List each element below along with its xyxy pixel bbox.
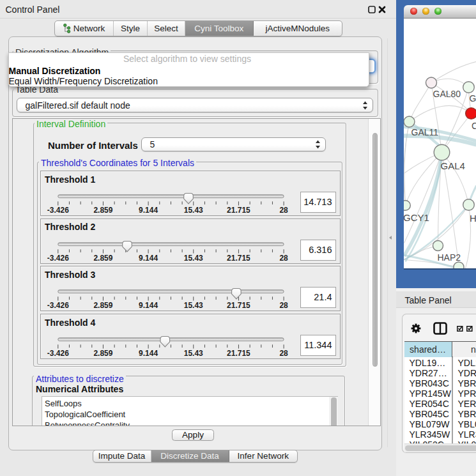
svg-text:-3.426: -3.426 xyxy=(47,301,68,310)
svg-text:-3.426: -3.426 xyxy=(47,206,68,215)
svg-text:9.144: 9.144 xyxy=(139,301,158,310)
svg-text:GCY1: GCY1 xyxy=(404,211,429,222)
svg-text:2.859: 2.859 xyxy=(93,301,112,310)
svg-text:28: 28 xyxy=(279,206,288,215)
svg-text:15.43: 15.43 xyxy=(183,253,203,262)
svg-text:28: 28 xyxy=(279,301,288,310)
svg-text:28: 28 xyxy=(279,349,288,358)
svg-text:15.43: 15.43 xyxy=(183,349,203,358)
svg-text:9.144: 9.144 xyxy=(139,349,158,358)
svg-text:GAL11: GAL11 xyxy=(411,127,438,137)
svg-text:C: C xyxy=(472,120,476,130)
svg-text:28: 28 xyxy=(279,253,288,262)
svg-text:15.43: 15.43 xyxy=(183,206,203,215)
svg-text:2.859: 2.859 xyxy=(93,253,112,262)
svg-text:9.144: 9.144 xyxy=(139,253,158,262)
svg-text:21.715: 21.715 xyxy=(227,349,250,358)
svg-text:H: H xyxy=(470,212,476,223)
svg-text:GAL80: GAL80 xyxy=(433,88,461,98)
svg-text:2.859: 2.859 xyxy=(93,206,112,215)
svg-text:HAP2: HAP2 xyxy=(437,252,461,262)
svg-text:-3.426: -3.426 xyxy=(47,349,68,358)
svg-text:9.144: 9.144 xyxy=(139,206,158,215)
svg-text:21.715: 21.715 xyxy=(227,253,250,262)
svg-text:21.715: 21.715 xyxy=(227,206,250,215)
svg-text:-3.426: -3.426 xyxy=(47,253,68,262)
svg-text:21.715: 21.715 xyxy=(227,301,250,310)
svg-text:15.43: 15.43 xyxy=(183,301,203,310)
svg-text:GAL4: GAL4 xyxy=(440,160,464,171)
svg-text:2.859: 2.859 xyxy=(93,349,112,358)
svg-text:GA: GA xyxy=(469,93,476,103)
